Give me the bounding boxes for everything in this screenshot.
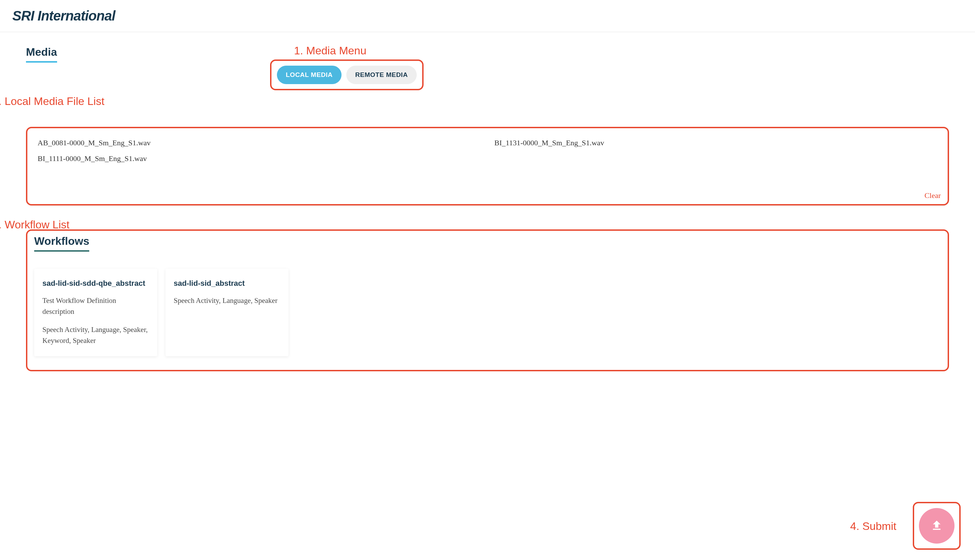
- file-list-box: AB_0081-0000_M_Sm_Eng_S1.wav BI_1131-000…: [26, 127, 949, 205]
- annotation-media-menu: 1. Media Menu: [294, 45, 367, 57]
- media-section-header: Media: [26, 32, 949, 65]
- workflow-card-desc: Speech Activity, Language, Speaker, Keyw…: [42, 325, 149, 346]
- workflow-card-desc: Test Workflow Definition description: [42, 295, 149, 317]
- workflow-card-title: sad-lid-sid_abstract: [174, 279, 280, 288]
- workflow-cards: sad-lid-sid-sdd-qbe_abstract Test Workfl…: [34, 269, 941, 356]
- file-list: AB_0081-0000_M_Sm_Eng_S1.wav BI_1131-000…: [38, 138, 937, 163]
- workflows-title: Workflows: [34, 235, 89, 252]
- file-item[interactable]: BI_1111-0000_M_Sm_Eng_S1.wav: [38, 154, 481, 163]
- main-content: 1. Media Menu 2. Local Media File List 3…: [0, 32, 975, 371]
- workflow-card-title: sad-lid-sid-sdd-qbe_abstract: [42, 279, 149, 288]
- app-header: SRI International: [0, 0, 975, 32]
- workflow-card[interactable]: sad-lid-sid_abstract Speech Activity, La…: [165, 269, 288, 356]
- workflows-section-header: Workflows: [34, 235, 941, 252]
- local-media-button[interactable]: LOCAL MEDIA: [277, 66, 342, 84]
- logo: SRI International: [12, 8, 963, 23]
- file-item[interactable]: AB_0081-0000_M_Sm_Eng_S1.wav: [38, 138, 481, 147]
- annotation-workflow-list: 3. Workflow List: [0, 218, 69, 231]
- file-item[interactable]: BI_1131-0000_M_Sm_Eng_S1.wav: [494, 138, 937, 147]
- workflow-card[interactable]: sad-lid-sid-sdd-qbe_abstract Test Workfl…: [34, 269, 157, 356]
- clear-link[interactable]: Clear: [924, 191, 941, 200]
- workflow-card-desc: Speech Activity, Language, Speaker: [174, 295, 280, 306]
- workflow-box: Workflows sad-lid-sid-sdd-qbe_abstract T…: [26, 229, 949, 371]
- media-menu: LOCAL MEDIA REMOTE MEDIA: [270, 60, 423, 90]
- annotation-file-list: 2. Local Media File List: [0, 95, 104, 108]
- media-title: Media: [26, 46, 57, 63]
- remote-media-button[interactable]: REMOTE MEDIA: [346, 66, 417, 84]
